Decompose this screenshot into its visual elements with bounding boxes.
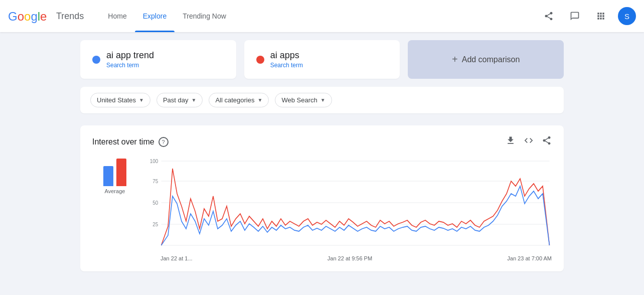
- chart-svg: 100 75 50 25: [145, 156, 552, 251]
- search-terms-row: ai app trend Search term ai apps Search …: [80, 40, 564, 79]
- filter-time[interactable]: Past day ▼: [156, 93, 203, 107]
- nav-home[interactable]: Home: [100, 0, 134, 32]
- google-trends-logo[interactable]: Google Trends: [8, 9, 84, 24]
- chart-title: Interest over time: [92, 137, 154, 146]
- term2-type: Search term: [270, 62, 303, 69]
- chart-legend: Average: [92, 156, 137, 261]
- filter-time-label: Past day: [163, 96, 189, 104]
- chart-actions: [506, 135, 552, 148]
- header-actions: S: [540, 7, 636, 25]
- download-icon[interactable]: [506, 135, 516, 148]
- filter-category-label: All categories: [215, 96, 254, 104]
- svg-text:75: 75: [152, 179, 158, 185]
- add-comparison-card[interactable]: + Add comparison: [408, 40, 564, 79]
- help-icon[interactable]: ?: [158, 137, 169, 147]
- chart-panel: Interest over time ?: [80, 125, 564, 271]
- term2-label: ai apps: [270, 50, 303, 61]
- chart-main: 100 75 50 25 Jan 22 at 1...: [145, 156, 552, 261]
- chart-area: Average 100 75 50 25: [92, 156, 552, 261]
- legend-label: Average: [105, 188, 125, 194]
- add-comparison-label: Add comparison: [462, 55, 520, 64]
- term2-info: ai apps Search term: [270, 50, 303, 69]
- main-nav: Home Explore Trending Now: [100, 0, 540, 32]
- filter-search-type[interactable]: Web Search ▼: [275, 93, 332, 107]
- chart-title-row: Interest over time ?: [92, 137, 169, 147]
- search-term-card-1[interactable]: ai app trend Search term: [80, 40, 236, 79]
- x-label-1: Jan 22 at 1...: [160, 255, 193, 261]
- share-chart-icon[interactable]: [542, 135, 552, 148]
- logo-svg: Google: [8, 9, 54, 24]
- term2-dot: [256, 56, 264, 64]
- share-icon[interactable]: [540, 7, 558, 25]
- main-content: ai app trend Search term ai apps Search …: [0, 32, 644, 279]
- embed-icon[interactable]: [524, 135, 534, 148]
- add-icon: +: [452, 54, 458, 65]
- filter-region-label: United States: [97, 96, 136, 104]
- feedback-icon[interactable]: [566, 7, 584, 25]
- category-chevron-icon: ▼: [258, 97, 263, 103]
- apps-icon[interactable]: [592, 7, 610, 25]
- term1-label: ai app trend: [106, 50, 154, 61]
- legend-bar-blue: [103, 166, 113, 186]
- term1-type: Search term: [106, 62, 154, 69]
- search-type-chevron-icon: ▼: [320, 97, 326, 103]
- svg-text:Google: Google: [8, 10, 47, 23]
- user-avatar[interactable]: S: [618, 7, 636, 25]
- svg-text:50: 50: [152, 200, 158, 206]
- trends-label: Trends: [56, 11, 84, 22]
- legend-bars: [103, 156, 126, 186]
- x-label-3: Jan 23 at 7:00 AM: [507, 255, 552, 261]
- x-label-2: Jan 22 at 9:56 PM: [328, 255, 372, 261]
- term1-info: ai app trend Search term: [106, 50, 154, 69]
- nav-trending-now[interactable]: Trending Now: [175, 0, 234, 32]
- filters-row: United States ▼ Past day ▼ All categorie…: [80, 87, 564, 113]
- chart-header: Interest over time ?: [92, 135, 552, 148]
- svg-text:25: 25: [152, 222, 158, 228]
- region-chevron-icon: ▼: [139, 97, 144, 103]
- search-term-card-2[interactable]: ai apps Search term: [244, 40, 400, 79]
- filter-search-type-label: Web Search: [281, 96, 317, 104]
- nav-explore[interactable]: Explore: [135, 0, 175, 32]
- time-chevron-icon: ▼: [192, 97, 197, 103]
- chart-x-labels: Jan 22 at 1... Jan 22 at 9:56 PM Jan 23 …: [145, 253, 552, 261]
- filter-region[interactable]: United States ▼: [90, 93, 150, 107]
- svg-text:100: 100: [150, 159, 158, 165]
- filter-category[interactable]: All categories ▼: [209, 93, 269, 107]
- header: Google Trends Home Explore Trending Now …: [0, 0, 644, 32]
- term1-dot: [92, 56, 100, 64]
- legend-bar-red: [116, 159, 126, 186]
